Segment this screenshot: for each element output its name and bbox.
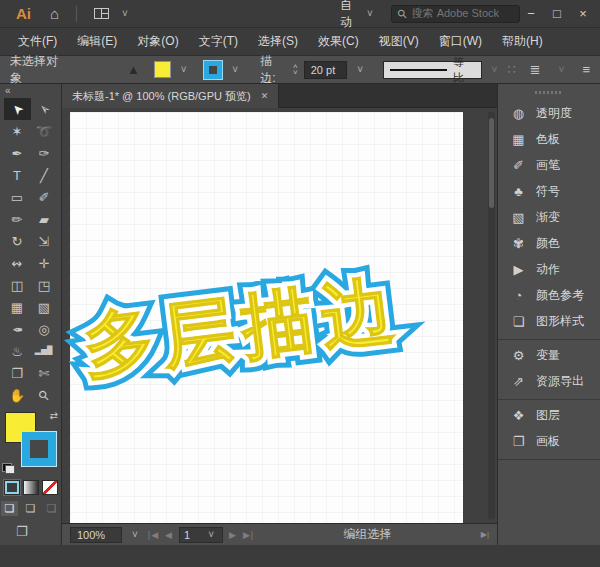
- dock-drag-handle[interactable]: [535, 91, 563, 94]
- minimize-button[interactable]: −: [520, 6, 542, 21]
- brushes-panel-button[interactable]: ✐ 画笔: [498, 152, 600, 178]
- pencil-tool[interactable]: ✏: [4, 208, 31, 230]
- line-segment-tool[interactable]: ╱: [31, 164, 58, 186]
- last-artboard-icon[interactable]: ▶|: [243, 530, 254, 540]
- screen-mode-button[interactable]: ❐: [0, 524, 61, 539]
- scroll-corner-icon[interactable]: ▶|: [481, 530, 489, 539]
- auto-dropdown[interactable]: 自动 ˅: [340, 0, 377, 31]
- gradient-button[interactable]: [23, 480, 39, 495]
- variables-panel-button[interactable]: ⚙ 变量: [498, 342, 600, 368]
- swap-fill-stroke-icon[interactable]: ⇄: [50, 410, 58, 421]
- none-button[interactable]: [42, 480, 58, 495]
- free-transform-tool[interactable]: ✛: [31, 252, 58, 274]
- color-button[interactable]: [4, 480, 20, 495]
- hand-tool[interactable]: ✋: [4, 384, 31, 406]
- chevron-down-icon[interactable]: ˅: [128, 529, 142, 540]
- artboard-tool[interactable]: ❐: [4, 362, 31, 384]
- canvas-area[interactable]: 多层描边 多层描边 多层描边: [62, 108, 497, 523]
- first-artboard-icon[interactable]: |◀: [148, 530, 159, 540]
- stepper-down-icon[interactable]: ˅: [293, 70, 298, 76]
- width-tool[interactable]: ↭: [4, 252, 31, 274]
- chevron-down-icon[interactable]: ˅: [177, 64, 191, 75]
- chevron-down-icon[interactable]: ˅: [353, 64, 367, 75]
- mesh-tool[interactable]: ▦: [4, 296, 31, 318]
- stroke-profile-dropdown[interactable]: 等比: [383, 61, 482, 79]
- paintbrush-tool[interactable]: ✐: [31, 186, 58, 208]
- stroke-weight-stepper[interactable]: ˄ ˅: [293, 64, 298, 76]
- workspace-switcher-icon[interactable]: [85, 5, 118, 22]
- rectangle-tool[interactable]: ▭: [4, 186, 31, 208]
- vertical-scrollbar[interactable]: [488, 112, 495, 519]
- default-fill-stroke-icon[interactable]: [2, 463, 15, 474]
- rotate-tool[interactable]: ↻: [4, 230, 31, 252]
- chevron-down-icon[interactable]: ˅: [118, 8, 132, 19]
- type-tool[interactable]: T: [4, 164, 31, 186]
- next-artboard-icon[interactable]: ▶: [229, 530, 237, 540]
- pen-tool[interactable]: ✒: [4, 142, 31, 164]
- multi-stroke-text-artwork[interactable]: 多层描边 多层描边 多层描边: [79, 266, 463, 450]
- close-button[interactable]: ×: [572, 6, 594, 21]
- color-guide-panel-button[interactable]: ◔ 颜色参考: [498, 282, 600, 308]
- menu-view[interactable]: 视图(V): [369, 33, 429, 50]
- stroke-label[interactable]: 描边:: [260, 53, 287, 87]
- menu-edit[interactable]: 编辑(E): [67, 33, 127, 50]
- zoom-tool[interactable]: ⚲: [31, 384, 58, 406]
- menu-object[interactable]: 对象(O): [127, 33, 188, 50]
- lasso-tool[interactable]: ➰: [31, 120, 58, 142]
- stroke-proxy-swatch[interactable]: [22, 432, 56, 466]
- control-menu-icon[interactable]: ≡: [582, 62, 590, 77]
- transparency-panel-button[interactable]: ◍ 透明度: [498, 100, 600, 126]
- artboards-panel-button[interactable]: ❐ 画板: [498, 428, 600, 454]
- previous-artboard-icon[interactable]: ◀: [165, 530, 173, 540]
- chevron-down-icon[interactable]: ˅: [555, 64, 569, 75]
- chevron-down-icon[interactable]: ˅: [488, 64, 502, 75]
- slice-tool[interactable]: ✄: [31, 362, 58, 384]
- document-tab[interactable]: 未标题-1* @ 100% (RGB/GPU 预览) ✕: [62, 84, 279, 108]
- blend-tool[interactable]: ◎: [31, 318, 58, 340]
- magic-wand-tool[interactable]: ✶: [4, 120, 31, 142]
- menu-select[interactable]: 选择(S): [248, 33, 308, 50]
- menu-effect[interactable]: 效果(C): [308, 33, 369, 50]
- fill-color-swatch[interactable]: [154, 61, 171, 78]
- scale-tool[interactable]: ⇲: [31, 230, 58, 252]
- stroke-weight-input[interactable]: 20 pt: [304, 61, 347, 79]
- perspective-grid-tool[interactable]: ◳: [31, 274, 58, 296]
- stroke-panel-icon[interactable]: ≣: [530, 62, 541, 77]
- gradient-panel-button[interactable]: ▧ 渐变: [498, 204, 600, 230]
- selection-tool[interactable]: ➤: [4, 98, 31, 120]
- stroke-color-swatch[interactable]: [204, 61, 222, 79]
- column-graph-tool[interactable]: ▂▅▉: [31, 340, 58, 362]
- draw-inside-mode[interactable]: ❏: [43, 501, 60, 516]
- transform-reference-icon: ∷: [507, 62, 515, 77]
- layers-panel-button[interactable]: ❖ 图层: [498, 402, 600, 428]
- shape-builder-tool[interactable]: ◫: [4, 274, 31, 296]
- chevron-down-icon[interactable]: ˅: [228, 64, 242, 75]
- eraser-tool[interactable]: ▰: [31, 208, 58, 230]
- swatches-panel-button[interactable]: ▦ 色板: [498, 126, 600, 152]
- asset-export-panel-button[interactable]: ⇗ 资源导出: [498, 368, 600, 394]
- eyedropper-tool[interactable]: ✒: [4, 318, 31, 340]
- tab-close-icon[interactable]: ✕: [261, 91, 269, 101]
- menu-help[interactable]: 帮助(H): [492, 33, 553, 50]
- zoom-level-dropdown[interactable]: 100%: [70, 527, 122, 543]
- artboard-navigation-dropdown[interactable]: 1 ˅: [179, 527, 223, 543]
- toolbar-collapse-button[interactable]: «: [0, 84, 61, 98]
- home-icon[interactable]: ⌂: [41, 5, 68, 22]
- stock-search-input[interactable]: ⚲ 搜索 Adobe Stock: [391, 5, 520, 23]
- draw-normal-mode[interactable]: ❏: [1, 501, 18, 516]
- maximize-button[interactable]: □: [546, 6, 568, 21]
- graphic-styles-panel-button[interactable]: ❏ 图形样式: [498, 308, 600, 334]
- color-panel-button[interactable]: ✾ 颜色: [498, 230, 600, 256]
- menu-file[interactable]: 文件(F): [8, 33, 67, 50]
- draw-behind-mode[interactable]: ❏: [22, 501, 39, 516]
- scrollbar-thumb[interactable]: [489, 118, 494, 208]
- menu-window[interactable]: 窗口(W): [429, 33, 492, 50]
- curvature-tool[interactable]: ✑: [31, 142, 58, 164]
- artboard[interactable]: 多层描边 多层描边 多层描边: [70, 112, 463, 523]
- symbol-sprayer-tool[interactable]: ♨: [4, 340, 31, 362]
- gradient-tool[interactable]: ▧: [31, 296, 58, 318]
- symbols-panel-button[interactable]: ♣ 符号: [498, 178, 600, 204]
- direct-selection-tool[interactable]: ➣: [31, 98, 58, 120]
- menu-type[interactable]: 文字(T): [189, 33, 248, 50]
- actions-panel-button[interactable]: ▶ 动作: [498, 256, 600, 282]
